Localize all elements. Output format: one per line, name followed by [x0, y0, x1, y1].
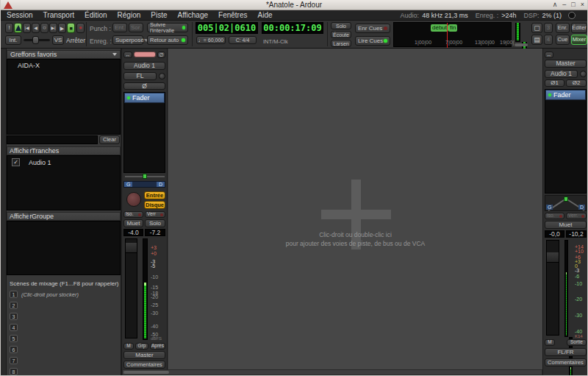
meter-type-label[interactable]: K14: [575, 334, 583, 338]
pan-bar[interactable]: G D: [123, 181, 165, 188]
sync-source-label[interactable]: INT/M-Clk: [263, 38, 288, 45]
master-solo-iso-button[interactable]: Iso.: [545, 213, 564, 219]
scene-1-button[interactable]: 1: [10, 291, 18, 298]
loop-button[interactable]: ○: [40, 23, 49, 33]
tempo-button[interactable]: ♩= 60,000: [196, 36, 226, 44]
scene-4-button[interactable]: 4: [10, 324, 18, 331]
favorites-list[interactable]: AIDA-X: [7, 59, 121, 135]
master-width-button[interactable]: ↔: [545, 52, 553, 58]
mute-button[interactable]: Muet: [123, 219, 143, 227]
pan-handle[interactable]: [143, 174, 147, 179]
scene-3-button[interactable]: 3: [10, 313, 18, 320]
strip-hide-button[interactable]: ∅: [157, 52, 165, 58]
menu-session[interactable]: Session: [7, 11, 33, 19]
video-button[interactable]: ▤: [531, 35, 542, 45]
master-phase1-button[interactable]: Ø1: [545, 79, 564, 87]
master-trim-knob[interactable]: [580, 71, 587, 77]
strips-list[interactable]: ✓ Audio 1: [7, 155, 121, 210]
master-name-button[interactable]: Master: [545, 60, 587, 68]
scene-5-button[interactable]: 5: [10, 335, 18, 342]
menu-region[interactable]: Région: [118, 11, 141, 19]
selection-tool-button[interactable]: ▢: [531, 23, 542, 33]
master-pan-handle[interactable]: [564, 196, 568, 202]
peak-display[interactable]: -7.2: [145, 229, 165, 236]
master-comments-button[interactable]: Commentaires: [545, 358, 587, 366]
monitor-larsen-button[interactable]: Larsen: [331, 40, 351, 47]
menu-piste[interactable]: Piste: [151, 11, 167, 19]
metronome-button[interactable]: [14, 23, 22, 33]
scene-7-button[interactable]: 7: [10, 357, 18, 364]
page-recorder-button[interactable]: Enr.: [556, 23, 570, 33]
master-processor-box[interactable]: Fader: [545, 89, 587, 194]
master-fader-handle[interactable]: [547, 252, 559, 263]
solo-lock-button[interactable]: Verr: [145, 211, 165, 218]
record-arm-button[interactable]: [126, 192, 141, 207]
auto-return-button[interactable]: Retour auto: [147, 35, 188, 45]
scene-6-button[interactable]: 6: [10, 346, 18, 353]
start-marker[interactable]: début: [431, 24, 448, 32]
master-fader-row[interactable]: Fader: [545, 90, 586, 100]
goto-start-button[interactable]: |◀: [23, 23, 31, 33]
comments-button[interactable]: Commentaires: [123, 361, 165, 369]
monitor-gain-slider[interactable]: [514, 43, 528, 46]
stop-button[interactable]: ■: [67, 23, 75, 33]
monitor-input-button[interactable]: Entrée: [144, 191, 165, 199]
punch-out-button[interactable]: Sor.: [129, 23, 143, 32]
track-input-button[interactable]: FL: [123, 72, 157, 80]
master-gain-display[interactable]: -0,0: [545, 230, 564, 238]
output-button[interactable]: Master: [123, 351, 165, 359]
horizontal-scrollbar[interactable]: [122, 369, 542, 375]
record-button[interactable]: ●: [76, 23, 85, 33]
page-editor-button[interactable]: Éditer: [571, 23, 587, 33]
group-button[interactable]: Grp: [135, 343, 148, 350]
page-mixer-button[interactable]: Mixer: [571, 35, 587, 45]
strip-row[interactable]: ✓ Audio 1: [7, 157, 120, 167]
processor-box[interactable]: Fader: [123, 92, 165, 173]
master-metering-point-button[interactable]: M: [545, 339, 555, 346]
close-button[interactable]: ×: [581, 1, 584, 8]
fader-led[interactable]: [127, 96, 130, 99]
stop-mode-label[interactable]: Arrêter: [66, 37, 85, 44]
after-button[interactable]: Après: [150, 343, 165, 350]
left-gutter[interactable]: [1, 49, 7, 376]
scrollbar-thumb[interactable]: [123, 371, 169, 374]
favorites-item[interactable]: AIDA-X: [7, 60, 120, 69]
shade-button[interactable]: ∧: [553, 1, 558, 8]
rec-cues-button[interactable]: Enr Cues: [355, 24, 390, 33]
maximize-button[interactable]: □: [571, 1, 575, 8]
follow-range-button[interactable]: Suivre l'intervalle: [147, 23, 188, 32]
rewind-button[interactable]: ◀: [32, 23, 40, 33]
minimize-button[interactable]: –: [562, 1, 566, 8]
menu-fenetres[interactable]: Fenêtres: [218, 11, 247, 19]
shuttle-mode-button[interactable]: Int.: [5, 35, 21, 45]
solo-button[interactable]: Solo: [145, 219, 165, 227]
master-gain-fader[interactable]: [546, 240, 559, 336]
solo-iso-button[interactable]: Iso.: [123, 211, 143, 218]
menu-edition[interactable]: Édition: [85, 11, 107, 19]
master-pan[interactable]: G D: [545, 195, 587, 211]
layout-3-button[interactable]: 3: [544, 23, 553, 33]
favorites-filter-input[interactable]: [7, 135, 98, 144]
trim-knob[interactable]: [159, 73, 165, 79]
meter-button[interactable]: C: 4/4: [229, 36, 257, 44]
play-button[interactable]: ▶: [58, 23, 66, 33]
master-fader-led[interactable]: [548, 93, 551, 96]
strip-row-name[interactable]: Audio 1: [29, 159, 51, 166]
midi-panic-button[interactable]: !: [5, 23, 13, 33]
title-bar[interactable]: *Anatole - Ardour ∧ – □ ×: [1, 0, 587, 10]
master-io-button[interactable]: FL/FR: [545, 348, 587, 356]
gain-fader-handle[interactable]: [126, 243, 137, 253]
menu-transport[interactable]: Transport: [43, 11, 74, 19]
mixer-canvas[interactable]: Clic-droit ou double-clic ici pour ajout…: [168, 49, 542, 376]
strip-width-button[interactable]: ↔: [123, 52, 132, 58]
goto-end-button[interactable]: ▶|: [49, 23, 57, 33]
master-mute-button[interactable]: Muet: [545, 221, 587, 229]
master-solo-lock-button[interactable]: Verr.: [566, 213, 587, 219]
master-peak-display[interactable]: -10,2: [566, 230, 587, 238]
favorites-header[interactable]: Greffons favoris: [7, 50, 121, 59]
groups-list[interactable]: [7, 221, 121, 275]
fader-processor-row[interactable]: Fader: [124, 93, 165, 103]
scene-2-button[interactable]: 2: [10, 302, 18, 309]
master-phase2-button[interactable]: Ø2: [566, 79, 587, 87]
monitor-disk-button[interactable]: Disque: [144, 201, 165, 209]
